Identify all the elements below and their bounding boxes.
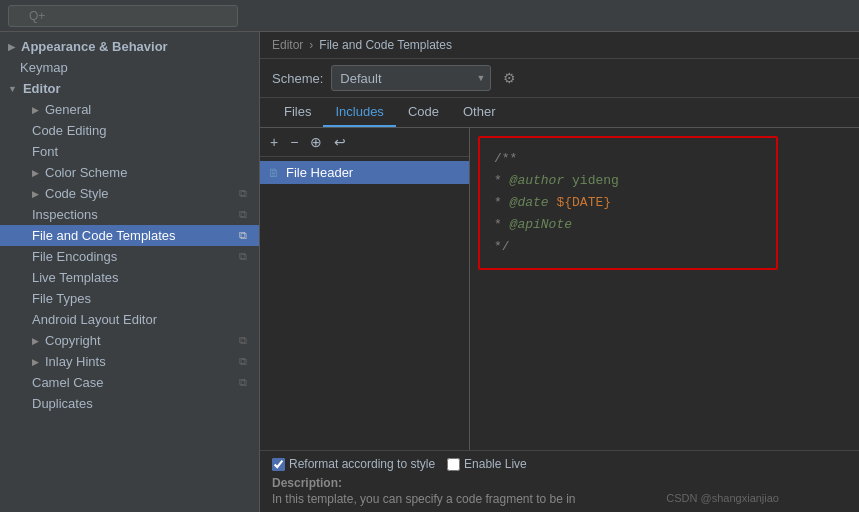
chevron-right-icon: ▶: [8, 42, 15, 52]
code-line-2: * @author yideng: [494, 170, 762, 192]
tab-other[interactable]: Other: [451, 98, 508, 127]
code-editor[interactable]: /** * @author yideng * @date ${DATE} * @…: [470, 128, 859, 450]
chevron-right-icon: ▶: [32, 105, 39, 115]
bottom-options: Reformat according to style Enable Live: [272, 457, 847, 471]
copy-icon: ⧉: [239, 334, 247, 347]
sidebar-item-code-editing[interactable]: Code Editing: [0, 120, 259, 141]
tab-code[interactable]: Code: [396, 98, 451, 127]
sidebar-item-camel-case[interactable]: Camel Case ⧉: [0, 372, 259, 393]
reformat-checkbox[interactable]: [272, 458, 285, 471]
copy-icon: ⧉: [239, 250, 247, 263]
right-panel: Editor › File and Code Templates Scheme:…: [260, 32, 859, 512]
copy-icon: ⧉: [239, 229, 247, 242]
template-items: 🗎 File Header: [260, 157, 469, 450]
breadcrumb-current: File and Code Templates: [319, 38, 452, 52]
sidebar-item-duplicates[interactable]: Duplicates: [0, 393, 259, 414]
sidebar-item-live-templates[interactable]: Live Templates: [0, 267, 259, 288]
sidebar-item-appearance[interactable]: ▶ Appearance & Behavior: [0, 36, 259, 57]
chevron-right-icon: ▶: [32, 189, 39, 199]
copy-icon: ⧉: [239, 187, 247, 200]
description-text: In this template, you can specify a code…: [272, 492, 847, 506]
sidebar-item-android-layout[interactable]: Android Layout Editor: [0, 309, 259, 330]
sidebar-item-font[interactable]: Font: [0, 141, 259, 162]
main-content: ▶ Appearance & Behavior Keymap ▼ Editor …: [0, 32, 859, 512]
add-template-button[interactable]: +: [266, 132, 282, 152]
sidebar: ▶ Appearance & Behavior Keymap ▼ Editor …: [0, 32, 260, 512]
file-icon: 🗎: [268, 166, 280, 180]
sidebar-item-code-style[interactable]: ▶ Code Style ⧉: [0, 183, 259, 204]
reset-template-button[interactable]: ↩: [330, 132, 350, 152]
template-area: + − ⊕ ↩ 🗎 File Header /**: [260, 128, 859, 450]
description-label: Description:: [272, 476, 342, 490]
sidebar-item-file-code-templates[interactable]: File and Code Templates ⧉: [0, 225, 259, 246]
sidebar-item-inspections[interactable]: Inspections ⧉: [0, 204, 259, 225]
enable-live-checkbox[interactable]: [447, 458, 460, 471]
template-item-label: File Header: [286, 165, 353, 180]
search-input[interactable]: [8, 5, 238, 27]
tab-includes[interactable]: Includes: [323, 98, 395, 127]
reformat-checkbox-wrap[interactable]: Reformat according to style: [272, 457, 435, 471]
template-item-file-header[interactable]: 🗎 File Header: [260, 161, 469, 184]
breadcrumb-parent: Editor: [272, 38, 303, 52]
copy-template-button[interactable]: ⊕: [306, 132, 326, 152]
copy-icon: ⧉: [239, 355, 247, 368]
sidebar-item-general[interactable]: ▶ General: [0, 99, 259, 120]
gear-button[interactable]: ⚙: [499, 68, 520, 88]
scheme-select[interactable]: Default Project: [331, 65, 491, 91]
code-line-3: * @date ${DATE}: [494, 192, 762, 214]
chevron-right-icon: ▶: [32, 336, 39, 346]
chevron-right-icon: ▶: [32, 168, 39, 178]
scheme-select-wrap: Default Project: [331, 65, 491, 91]
tab-files[interactable]: Files: [272, 98, 323, 127]
chevron-right-icon: ▶: [32, 357, 39, 367]
sidebar-item-keymap[interactable]: Keymap: [0, 57, 259, 78]
scheme-label: Scheme:: [272, 71, 323, 86]
bottom-area: Reformat according to style Enable Live …: [260, 450, 859, 512]
template-list: + − ⊕ ↩ 🗎 File Header: [260, 128, 470, 450]
chevron-down-icon: ▼: [8, 84, 17, 94]
code-line-5: */: [494, 236, 762, 258]
description-row: Description: In this template, you can s…: [272, 475, 847, 506]
enable-live-checkbox-wrap[interactable]: Enable Live: [447, 457, 527, 471]
top-search-bar: 🔍: [0, 0, 859, 32]
copy-icon: ⧉: [239, 208, 247, 221]
breadcrumb: Editor › File and Code Templates: [260, 32, 859, 59]
tabs-row: Files Includes Code Other: [260, 98, 859, 128]
scheme-row: Scheme: Default Project ⚙: [260, 59, 859, 98]
breadcrumb-separator: ›: [309, 38, 313, 52]
search-wrap: 🔍: [8, 5, 238, 27]
sidebar-item-file-encodings[interactable]: File Encodings ⧉: [0, 246, 259, 267]
code-line-4: * @apiNote: [494, 214, 762, 236]
template-toolbar: + − ⊕ ↩: [260, 128, 469, 157]
code-box: /** * @author yideng * @date ${DATE} * @…: [478, 136, 778, 270]
enable-live-label: Enable Live: [464, 457, 527, 471]
copy-icon: ⧉: [239, 376, 247, 389]
code-line-1: /**: [494, 148, 762, 170]
reformat-label: Reformat according to style: [289, 457, 435, 471]
sidebar-item-inlay-hints[interactable]: ▶ Inlay Hints ⧉: [0, 351, 259, 372]
sidebar-item-file-types[interactable]: File Types: [0, 288, 259, 309]
remove-template-button[interactable]: −: [286, 132, 302, 152]
sidebar-item-copyright[interactable]: ▶ Copyright ⧉: [0, 330, 259, 351]
sidebar-item-editor[interactable]: ▼ Editor: [0, 78, 259, 99]
sidebar-item-color-scheme[interactable]: ▶ Color Scheme: [0, 162, 259, 183]
